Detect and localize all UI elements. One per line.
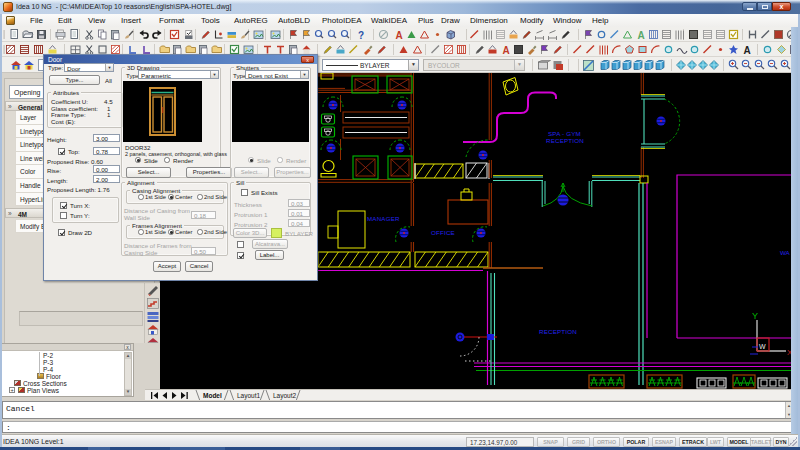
- svg-text:A: A: [503, 45, 510, 56]
- svg-text:Layout2: Layout2: [273, 392, 297, 400]
- svg-text:SPA - GYM: SPA - GYM: [548, 130, 581, 137]
- svg-text:Layout1: Layout1: [237, 392, 261, 400]
- svg-text:A: A: [744, 45, 751, 56]
- svg-text:MANAGER: MANAGER: [367, 215, 400, 222]
- svg-text:RECEPTION: RECEPTION: [539, 328, 577, 335]
- svg-text:WA: WA: [780, 249, 791, 256]
- svg-text:A: A: [638, 30, 645, 41]
- svg-text:Model: Model: [203, 392, 222, 399]
- svg-text:W: W: [759, 343, 766, 350]
- svg-text:RECEPTION: RECEPTION: [546, 137, 584, 144]
- svg-text:A: A: [396, 30, 403, 41]
- svg-text:OFFICE: OFFICE: [431, 229, 455, 236]
- svg-text:Y: Y: [752, 311, 758, 321]
- svg-text:?: ?: [358, 30, 364, 41]
